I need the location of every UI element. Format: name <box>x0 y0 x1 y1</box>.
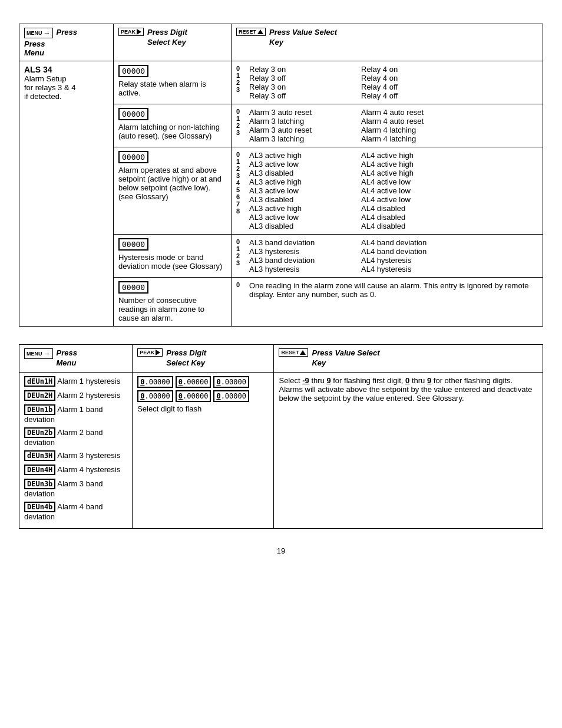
col2-description: Number of consecutive readings in alarm … <box>118 296 226 322</box>
col1-h2: Menu <box>24 48 44 57</box>
table1-col1: ALS 34 Alarm Setupfor relays 3 & 4if det… <box>19 61 114 327</box>
col2-header-title: Press Digit Select Key <box>147 28 187 48</box>
list-item: DEUn2H Alarm 2 hysteresis <box>24 390 127 401</box>
table1-col3: 0123 Alarm 3 auto reset Alarm 4 auto res… <box>232 104 543 147</box>
item-label: Alarm 1 hysteresis <box>57 377 120 386</box>
digit-index: 1 <box>236 158 246 165</box>
value-single: One reading in the alarm zone will cause… <box>249 281 538 299</box>
value-left: AL3 active high <box>249 177 355 186</box>
table1-col3: 012345678 AL3 active high AL4 active hig… <box>232 147 543 235</box>
list-item: dEUn3H Alarm 3 hysteresis <box>24 450 127 461</box>
value-left: AL3 active high <box>249 204 355 213</box>
value-pair: AL3 active low AL4 active low <box>249 186 538 195</box>
digit-index: 4 <box>236 179 246 186</box>
value-right: AL4 active high <box>361 160 538 169</box>
digit-index: 7 <box>236 200 246 207</box>
item-code: DEUn4b <box>24 502 55 512</box>
page-content: MENU → Press Press Menu PEAK <box>19 24 543 555</box>
item-label: Alarm 2 hysteresis <box>57 391 120 400</box>
table1-header-col1: MENU → Press Press Menu <box>19 24 114 61</box>
value-pair: AL3 band deviation AL4 band deviation <box>249 238 538 247</box>
value-pair: AL3 active high AL4 active low <box>249 177 538 186</box>
item-code: DEUn2b <box>24 427 55 438</box>
value-left: AL3 hysteresis <box>249 265 355 274</box>
item-code: DEUn2H <box>24 390 55 401</box>
digit-index: 3 <box>236 259 246 266</box>
table2-header-col1: MENU → Press Menu <box>19 345 133 373</box>
col1-h1: Press <box>24 39 45 48</box>
peak-icon: PEAK <box>118 28 144 36</box>
value-left: AL3 active low <box>249 213 355 222</box>
flash-code-box: 0.00000 <box>213 376 249 388</box>
digit-list: 0 <box>236 281 246 299</box>
value-left: Relay 3 off <box>249 91 355 100</box>
list-item: DEUn3b Alarm 3 band deviation <box>24 479 127 498</box>
col3-header-title: Press Value Select Key <box>269 28 337 48</box>
value-right: AL4 hysteresis <box>361 265 538 274</box>
item-code: DEUn1b <box>24 404 55 415</box>
code-display: 00000 <box>118 108 148 120</box>
value-left: Alarm 3 latching <box>249 134 355 143</box>
digit-index: 6 <box>236 193 246 200</box>
table1-col2: 00000 Number of consecutive readings in … <box>114 278 232 327</box>
item-code: dEUn3H <box>24 450 55 461</box>
table2-col1: dEUn1H Alarm 1 hysteresis DEUn2H Alarm 2… <box>19 372 133 528</box>
value-left: AL3 band deviation <box>249 256 355 265</box>
t2-col1-title: Press Menu <box>57 348 77 368</box>
value-left: AL3 active low <box>249 160 355 169</box>
digit-index: 1 <box>236 115 246 122</box>
value-pair: AL3 active low AL4 disabled <box>249 213 538 222</box>
table1-col3: 0123 Relay 3 on Relay 4 on Relay 3 off R… <box>232 61 543 104</box>
value-right: AL4 hysteresis <box>361 256 538 265</box>
list-item: dEUn1H Alarm 1 hysteresis <box>24 376 127 387</box>
value-pair: Alarm 3 auto reset Alarm 4 latching <box>249 126 538 134</box>
col3-text: Select -9 thru 9 for flashing first digi… <box>279 376 532 403</box>
flash-digit: 0 <box>178 378 183 386</box>
table1-col3: 0123 AL3 band deviation AL4 band deviati… <box>232 235 543 278</box>
value-right: Relay 4 on <box>361 74 538 83</box>
flash-digit: 0 <box>216 392 220 400</box>
value-left: Relay 3 off <box>249 74 355 83</box>
digit-index: 3 <box>236 172 246 179</box>
table1-col2: 00000 Relay state when alarm is active. <box>114 61 232 104</box>
value-left: Relay 3 on <box>249 65 355 74</box>
value-pair: AL3 active high AL4 disabled <box>249 204 538 213</box>
t2-col3-h2: Key <box>312 358 326 367</box>
t2-col3-h1: Press Value Select <box>312 348 379 357</box>
col2-description: Relay state when alarm is active. <box>118 80 226 97</box>
menu-icon: MENU → <box>24 28 53 38</box>
list-item: DEUn4b Alarm 4 band deviation <box>24 502 127 521</box>
digit-list: 0123 <box>236 238 246 274</box>
reset-icon-2: RESET <box>279 348 308 357</box>
value-pair: Alarm 3 latching Alarm 4 auto reset <box>249 117 538 126</box>
value-list: AL3 active high AL4 active high AL3 acti… <box>249 151 538 230</box>
value-left: AL3 disabled <box>249 195 355 204</box>
digit-index: 8 <box>236 207 246 215</box>
t2-col3-title: Press Value Select Key <box>312 348 379 368</box>
value-pair: AL3 hysteresis AL4 band deviation <box>249 247 538 256</box>
col2-description: Alarm operates at and above setpoint (ac… <box>118 166 226 201</box>
menu-icon-2: MENU → <box>24 348 53 359</box>
value-right: Alarm 4 auto reset <box>361 117 538 126</box>
flash-digit: 0 <box>216 378 220 386</box>
table1-col2: 00000 Hysteresis mode or band deviation … <box>114 235 232 278</box>
list-item: DEUn4H Alarm 4 hysteresis <box>24 465 127 475</box>
flash-code-box: 0.00000 <box>213 390 249 402</box>
value-right: Alarm 4 latching <box>361 126 538 134</box>
value-right: AL4 active low <box>361 186 538 195</box>
peak-icon-2: PEAK <box>137 348 163 357</box>
col2-description: Hysteresis mode or band deviation mode (… <box>118 253 226 271</box>
value-right: Alarm 4 latching <box>361 134 538 143</box>
item-code: dEUn1H <box>24 376 55 387</box>
flash-code-box: 0.00000 <box>137 376 173 388</box>
value-left: Alarm 3 latching <box>249 117 355 126</box>
t2-col2-h1: Press Digit <box>166 348 206 357</box>
code-display: 00000 <box>118 65 148 77</box>
list-item: DEUn2b Alarm 2 band deviation <box>24 427 127 447</box>
value-left: Relay 3 on <box>249 83 355 91</box>
value-pair: Alarm 3 latching Alarm 4 latching <box>249 134 538 143</box>
digit-index: 2 <box>236 122 246 129</box>
value-right: Relay 4 off <box>361 91 538 100</box>
item-label: Alarm 4 hysteresis <box>57 465 120 474</box>
t2-col2-title: Press Digit Select Key <box>166 348 206 368</box>
